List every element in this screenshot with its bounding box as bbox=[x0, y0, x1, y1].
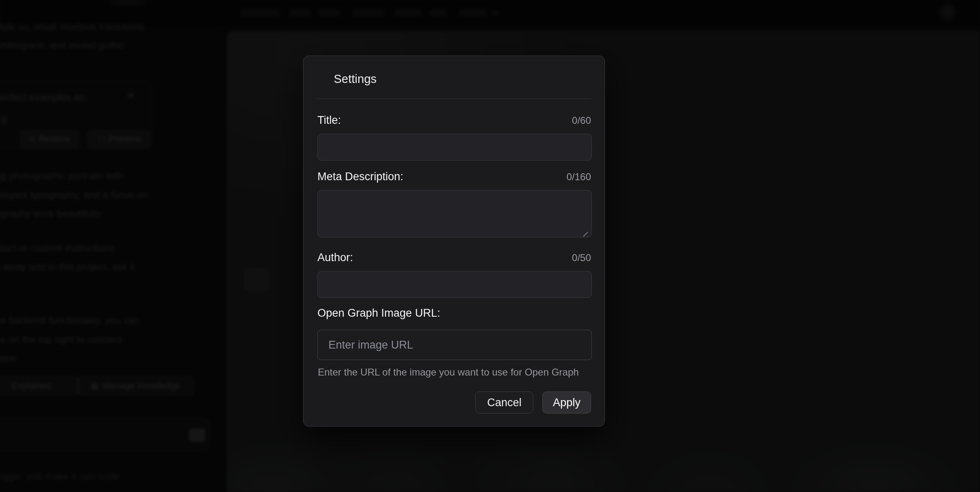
meta-description-label-row: Meta Description: 0/160 bbox=[317, 170, 591, 183]
og-image-label-row: Open Graph Image URL: bbox=[317, 307, 591, 320]
app-screen: style co, small moebius transitions whit… bbox=[0, 0, 980, 492]
title-label-row: Title: 0/60 bbox=[317, 114, 591, 127]
meta-description-label: Meta Description: bbox=[317, 170, 403, 183]
og-image-url-input[interactable] bbox=[317, 330, 592, 360]
title-input[interactable] bbox=[317, 134, 592, 161]
meta-description-counter: 0/160 bbox=[566, 171, 591, 183]
author-counter: 0/50 bbox=[572, 252, 591, 264]
settings-modal: Settings Title: 0/60 Meta Description: 0… bbox=[303, 56, 605, 427]
title-label: Title: bbox=[317, 114, 341, 127]
modal-divider bbox=[317, 98, 591, 99]
meta-description-textarea[interactable] bbox=[317, 190, 592, 237]
apply-button[interactable]: Apply bbox=[542, 391, 591, 414]
author-label-row: Author: 0/50 bbox=[317, 251, 591, 264]
og-image-helper-text: Enter the URL of the image you want to u… bbox=[318, 367, 579, 378]
title-counter: 0/60 bbox=[572, 115, 591, 126]
modal-title: Settings bbox=[334, 72, 377, 86]
cancel-button[interactable]: Cancel bbox=[475, 391, 533, 414]
modal-button-row: Cancel Apply bbox=[475, 391, 591, 414]
author-input[interactable] bbox=[317, 271, 592, 298]
og-image-label: Open Graph Image URL: bbox=[317, 307, 440, 320]
author-label: Author: bbox=[317, 251, 353, 264]
